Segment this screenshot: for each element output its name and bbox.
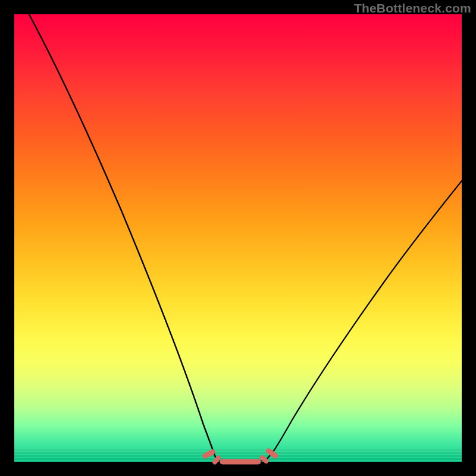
svg-rect-4 [265, 447, 279, 459]
tick-blob-right-upper [265, 447, 279, 459]
valley-markers [202, 447, 278, 465]
curve-layer [14, 14, 462, 462]
response-curve-left [14, 0, 217, 461]
svg-rect-2 [220, 459, 261, 464]
watermark-text: TheBottleneck.com [354, 1, 471, 15]
svg-rect-1 [212, 455, 221, 465]
svg-rect-0 [202, 449, 215, 459]
tick-blob-left-upper [202, 449, 215, 459]
response-curve-right [264, 181, 462, 461]
valley-bar [220, 459, 261, 464]
chart-stage: TheBottleneck.com [0, 0, 476, 476]
tick-blob-left-lower [212, 455, 221, 465]
